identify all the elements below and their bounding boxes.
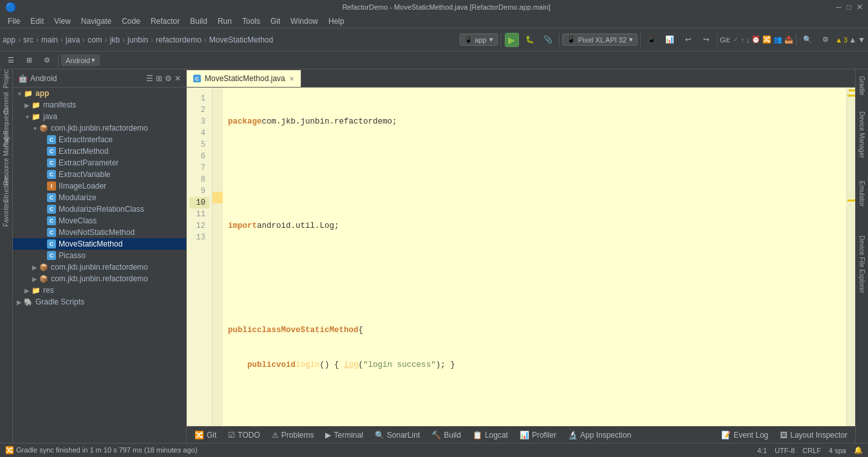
gutter-line-6[interactable] (212, 145, 223, 157)
tree-item-java[interactable]: ▾ 📁 java (13, 111, 186, 122)
breadcrumb-class[interactable]: MoveStaticMethod (209, 35, 273, 44)
warning-indicator[interactable]: ▲ ▲3 3 ▲ ▼ (835, 35, 865, 44)
bottom-tab-sonarlint[interactable]: 🔍 SonarLint (370, 428, 425, 442)
tree-item-modularize[interactable]: C Modularize (13, 192, 186, 203)
bottom-tab-layoutinspector[interactable]: 🖼 Layout Inspector (775, 428, 853, 442)
tree-item-res[interactable]: ▶ 📁 res (13, 284, 186, 296)
gutter-line-2[interactable] (212, 99, 223, 111)
git-check-icon[interactable]: ✓ (733, 35, 739, 44)
right-strip-devicemanager[interactable]: Device Manager (857, 107, 867, 164)
tree-item-moveclass[interactable]: C MoveClass (13, 215, 186, 227)
tree-item-manifests[interactable]: ▶ 📁 manifests (13, 99, 186, 111)
left-strip-resource[interactable]: Resource Manager (1, 153, 12, 163)
tree-item-app[interactable]: ▾ 📁 app (13, 88, 186, 99)
code-editor[interactable]: 1 2 3 4 5 6 7 8 9 10 11 12 13 (187, 88, 855, 426)
window-controls[interactable]: ─ □ ✕ (836, 3, 863, 12)
code-content[interactable]: package com.jkb.junbin.refactordemo; imp… (223, 88, 846, 426)
left-strip-structure[interactable]: Structure (1, 184, 12, 194)
app-dropdown[interactable]: 📱 app ▾ (460, 33, 497, 46)
gutter-line-9[interactable] (212, 180, 223, 192)
left-strip-project[interactable]: Project (1, 73, 12, 84)
menu-build[interactable]: Build (185, 15, 212, 27)
tree-item-package3[interactable]: ▶ 📦 com.jkb.junbin.refactordemo (13, 273, 186, 284)
menu-edit[interactable]: Edit (25, 15, 49, 27)
breadcrumb-main[interactable]: main (41, 35, 58, 44)
maximize-button[interactable]: □ (847, 3, 851, 12)
gutter-line-10[interactable] (212, 192, 223, 203)
status-encoding[interactable]: UTF-8 (775, 447, 795, 454)
tree-item-extractinterface[interactable]: C ExtractInterface (13, 134, 186, 145)
breadcrumb-com[interactable]: com (88, 35, 102, 44)
right-strip-gradle[interactable]: Gradle (857, 72, 867, 101)
breadcrumb-src[interactable]: src (23, 35, 33, 44)
gutter-line-4[interactable] (212, 122, 223, 134)
gutter-line-11[interactable] (212, 203, 223, 215)
menu-view[interactable]: View (49, 15, 76, 27)
warning-nav-up[interactable]: ▲ (849, 35, 856, 44)
editor-gutter[interactable] (212, 88, 223, 426)
tree-item-picasso[interactable]: C Picasso (13, 250, 186, 261)
tab-close-button[interactable]: ✕ (289, 75, 294, 82)
breadcrumb-refactordemo[interactable]: refactordemo (156, 35, 202, 44)
panel-icon-flatten[interactable]: ⊞ (156, 74, 162, 83)
menu-refactor[interactable]: Refactor (146, 15, 185, 27)
git-branch-icon[interactable]: 🔀 (762, 35, 771, 44)
left-strip-commit[interactable]: Commit (1, 98, 12, 108)
tree-item-package2[interactable]: ▶ 📦 com.jkb.junbin.refactordemo (13, 261, 186, 273)
bottom-tab-terminal[interactable]: ▶ Terminal (320, 428, 368, 442)
avd-button[interactable]: 📱 (643, 32, 660, 48)
menu-navigate[interactable]: Navigate (76, 15, 117, 27)
tree-item-movestaticmethod[interactable]: C MoveStaticMethod (13, 238, 186, 250)
bottom-tab-todo[interactable]: ☑ TODO (223, 428, 265, 442)
attach-button[interactable]: 📎 (540, 32, 556, 48)
bottom-tab-logcat[interactable]: 📋 Logcat (467, 428, 513, 442)
settings-button[interactable]: ⚙ (817, 32, 834, 48)
bottom-tab-eventlog[interactable]: 📝 Event Log (716, 428, 773, 442)
menu-help[interactable]: Help (323, 15, 350, 27)
breadcrumb-app[interactable]: app (3, 35, 15, 44)
minimize-button[interactable]: ─ (836, 3, 842, 12)
gutter-line-3[interactable] (212, 111, 223, 122)
status-indent[interactable]: 4 spa (829, 447, 846, 454)
tree-item-extractmethod[interactable]: C ExtractMethod (13, 145, 186, 157)
panel-toggle-button[interactable]: ☰ (3, 52, 19, 69)
undo-button[interactable]: ↩ (679, 32, 696, 48)
menu-code[interactable]: Code (117, 15, 146, 27)
warning-nav-down[interactable]: ▼ (858, 35, 865, 44)
editor-tab-movestaticmethod[interactable]: C MoveStaticMethod.java ✕ (187, 70, 301, 87)
panel-icon-close[interactable]: ✕ (175, 74, 181, 83)
breadcrumb-jkb[interactable]: jkb (110, 35, 120, 44)
tree-item-gradle[interactable]: ▶ 🐘 Gradle Scripts (13, 296, 186, 308)
run-button[interactable]: ▶ (505, 33, 519, 47)
tree-item-iimageloader[interactable]: I IImageLoader (13, 180, 186, 192)
menu-tools[interactable]: Tools (237, 15, 265, 27)
panel-icon-tree[interactable]: ☰ (146, 74, 153, 83)
bottom-tab-profiler[interactable]: 📊 Profiler (514, 428, 561, 442)
bottom-tab-problems[interactable]: ⚠ Problems (267, 428, 319, 442)
status-linesep[interactable]: CRLF (802, 447, 821, 454)
close-button[interactable]: ✕ (856, 3, 863, 12)
gutter-line-7[interactable] (212, 157, 223, 169)
status-notification-icon[interactable]: 🔔 (854, 446, 863, 454)
right-strip-emulator[interactable]: Emulator (857, 177, 867, 212)
panel-layout-button[interactable]: ⊞ (21, 52, 37, 69)
git-pull-icon[interactable]: ↓ (746, 36, 750, 44)
breadcrumb-junbin[interactable]: junbin (127, 35, 148, 44)
git-collab-icon[interactable]: 👥 (773, 35, 782, 44)
bottom-tab-git[interactable]: 🔀 Git (189, 428, 222, 442)
gutter-line-1[interactable] (212, 88, 223, 99)
breadcrumb-java[interactable]: java (66, 35, 80, 44)
panel-dropdown[interactable]: Android ▾ (61, 55, 100, 66)
menu-window[interactable]: Window (285, 15, 323, 27)
git-more-icon[interactable]: ⏰ (751, 35, 760, 44)
device-dropdown[interactable]: 📱 Pixel XL API 32 ▾ (562, 33, 637, 46)
tree-item-extractvariable[interactable]: C ExtractVariable (13, 169, 186, 180)
git-push-icon[interactable]: ↑ (741, 36, 744, 44)
debug-button[interactable]: 🐛 (522, 32, 538, 48)
panel-icon-gear[interactable]: ⚙ (165, 74, 172, 83)
tree-item-extractparameter[interactable]: C ExtractParameter (13, 157, 186, 169)
menu-git[interactable]: Git (265, 15, 285, 27)
bottom-tab-appinspection[interactable]: 🔬 App Inspection (563, 428, 636, 442)
gutter-line-8[interactable] (212, 169, 223, 180)
redo-button[interactable]: ↪ (697, 32, 714, 48)
